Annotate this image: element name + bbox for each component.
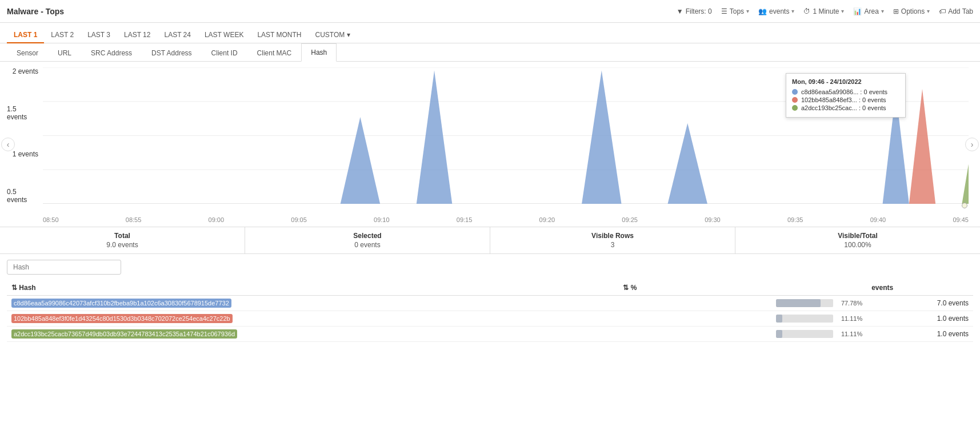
tab-last3[interactable]: LAST 3 <box>81 27 117 43</box>
chart-nav-left[interactable]: ‹ <box>1 138 15 151</box>
clock-icon: ⏱ <box>803 7 810 15</box>
tab-lastweek[interactable]: LAST WEEK <box>198 27 250 43</box>
search-area <box>0 254 980 280</box>
progress-bar-bg-1 <box>776 299 833 307</box>
hash-search-input[interactable] <box>7 260 121 275</box>
header: Malware - Tops ▼ Filters: 0 ☰ Tops ▾ 👥 e… <box>0 0 980 23</box>
tops-icon: ☰ <box>721 7 727 15</box>
tab-src-address[interactable]: SRC Address <box>81 44 142 62</box>
td-hash-2: 102bb485a848ef3f0fe1d43254c80d1530d3b034… <box>7 311 618 327</box>
minute-control[interactable]: ⏱ 1 Minute ▾ <box>803 7 844 15</box>
time-tabs: LAST 1 LAST 2 LAST 3 LAST 12 LAST 24 LAS… <box>0 23 980 43</box>
svg-marker-5 <box>341 117 380 204</box>
sub-tabs: Sensor URL SRC Address DST Address Clien… <box>0 43 980 62</box>
progress-bar-fill-1 <box>776 299 821 307</box>
progress-bar-fill-2 <box>776 315 782 323</box>
stat-total: Total 9.0 events <box>0 227 245 253</box>
td-events-3: 1.0 events <box>867 327 973 342</box>
td-percent-2: 11.11% <box>618 311 867 327</box>
tab-sensor[interactable]: Sensor <box>7 44 48 62</box>
tops-control[interactable]: ☰ Tops ▾ <box>721 7 749 15</box>
tab-dst-address[interactable]: DST Address <box>142 44 201 62</box>
dot-indicator <box>962 203 967 208</box>
td-hash-3: a2dcc193bc25cacb73657d49db03db93e7244783… <box>7 327 618 342</box>
td-events-1: 7.0 events <box>867 296 973 311</box>
tab-last12[interactable]: LAST 12 <box>117 27 157 43</box>
th-events: events <box>867 280 973 296</box>
table-row: a2dcc193bc25cacb73657d49db03db93e7244783… <box>7 327 973 342</box>
stat-visible-total: Visible/Total 100.00% <box>735 227 980 253</box>
area-chevron: ▾ <box>881 8 884 14</box>
progress-bar-fill-3 <box>776 330 782 338</box>
tab-client-id[interactable]: Client ID <box>202 44 247 62</box>
td-hash-1: c8d86eaa5a99086c42073afcf310b2fbeba9b1a1… <box>7 296 618 311</box>
svg-marker-11 <box>962 104 969 204</box>
tab-last1[interactable]: LAST 1 <box>7 27 44 43</box>
tab-lastmonth[interactable]: LAST MONTH <box>250 27 308 43</box>
chart-area: ‹ › 2 events 1.5 events 1 events 0.5 eve… <box>0 62 980 227</box>
hash-value-1: c8d86eaa5a99086c42073afcf310b2fbeba9b1a1… <box>11 299 231 308</box>
table-row: c8d86eaa5a99086c42073afcf310b2fbeba9b1a1… <box>7 296 973 311</box>
tooltip-item-1: c8d86eaa5a99086... : 0 events <box>792 88 899 95</box>
tooltip-dot-1 <box>792 89 798 95</box>
tooltip-dot-3 <box>792 105 798 111</box>
chart-icon: 📊 <box>853 7 862 15</box>
grid-icon: ⊞ <box>893 7 899 15</box>
td-percent-1: 77.78% <box>618 296 867 311</box>
tooltip-item-2: 102bb485a848ef3... : 0 events <box>792 96 899 103</box>
events-icon: 👥 <box>758 7 767 15</box>
stat-visible-rows: Visible Rows 3 <box>490 227 735 253</box>
x-axis-labels: 08:50 08:55 09:00 09:05 09:10 09:15 09:2… <box>43 216 969 223</box>
sort-icon: ⇅ <box>11 284 17 292</box>
stat-selected: Selected 0 events <box>245 227 490 253</box>
td-events-2: 1.0 events <box>867 311 973 327</box>
options-chevron: ▾ <box>927 8 930 14</box>
svg-marker-10 <box>909 89 935 204</box>
tab-custom[interactable]: CUSTOM ▾ <box>309 27 357 43</box>
page-title: Malware - Tops <box>7 7 64 16</box>
table-row: 102bb485a848ef3f0fe1d43254c80d1530d3b034… <box>7 311 973 327</box>
add-tab-control[interactable]: 🏷 Add Tab <box>939 7 973 15</box>
svg-marker-6 <box>417 70 452 204</box>
stats-bar: Total 9.0 events Selected 0 events Visib… <box>0 227 980 254</box>
svg-marker-7 <box>582 70 621 204</box>
progress-bar-bg-2 <box>776 315 833 323</box>
sort-icon-percent: ⇅ <box>623 284 629 292</box>
tab-last24[interactable]: LAST 24 <box>157 27 197 43</box>
y-axis-labels: 2 events 1.5 events 1 events 0.5 events <box>7 67 38 204</box>
th-percent[interactable]: ⇅ % <box>618 280 867 296</box>
tops-chevron: ▾ <box>746 8 749 14</box>
options-control[interactable]: ⊞ Options ▾ <box>893 7 930 15</box>
tab-hash[interactable]: Hash <box>301 43 337 62</box>
hash-value-3: a2dcc193bc25cacb73657d49db03db93e7244783… <box>11 329 237 339</box>
tooltip-dot-2 <box>792 97 798 103</box>
events-chevron: ▾ <box>791 8 794 14</box>
tab-url[interactable]: URL <box>48 44 81 62</box>
minute-chevron: ▾ <box>841 8 844 14</box>
filters-control[interactable]: ▼ Filters: 0 <box>677 7 712 15</box>
tab-client-mac[interactable]: Client MAC <box>247 44 302 62</box>
chart-tooltip: Mon, 09:46 - 24/10/2022 c8d86eaa5a99086.… <box>786 73 906 118</box>
hash-value-2: 102bb485a848ef3f0fe1d43254c80d1530d3b034… <box>11 314 233 323</box>
filter-icon: ▼ <box>677 7 683 15</box>
table-container: ⇅ Hash ⇅ % events c8d86eaa5a99086c42073a… <box>0 280 980 342</box>
events-control[interactable]: 👥 events ▾ <box>758 7 794 15</box>
chart-nav-right[interactable]: › <box>965 138 979 151</box>
progress-bar-bg-3 <box>776 330 833 338</box>
tag-icon: 🏷 <box>939 7 946 15</box>
tab-last2[interactable]: LAST 2 <box>44 27 81 43</box>
td-percent-3: 11.11% <box>618 327 867 342</box>
data-table: ⇅ Hash ⇅ % events c8d86eaa5a99086c42073a… <box>7 280 973 342</box>
tooltip-item-3: a2dcc193bc25cac... : 0 events <box>792 104 899 111</box>
th-hash[interactable]: ⇅ Hash <box>7 280 618 296</box>
header-controls: ▼ Filters: 0 ☰ Tops ▾ 👥 events ▾ ⏱ 1 Min… <box>677 7 973 15</box>
tooltip-title: Mon, 09:46 - 24/10/2022 <box>792 78 899 85</box>
area-control[interactable]: 📊 Area ▾ <box>853 7 883 15</box>
table-header-row: ⇅ Hash ⇅ % events <box>7 280 973 296</box>
